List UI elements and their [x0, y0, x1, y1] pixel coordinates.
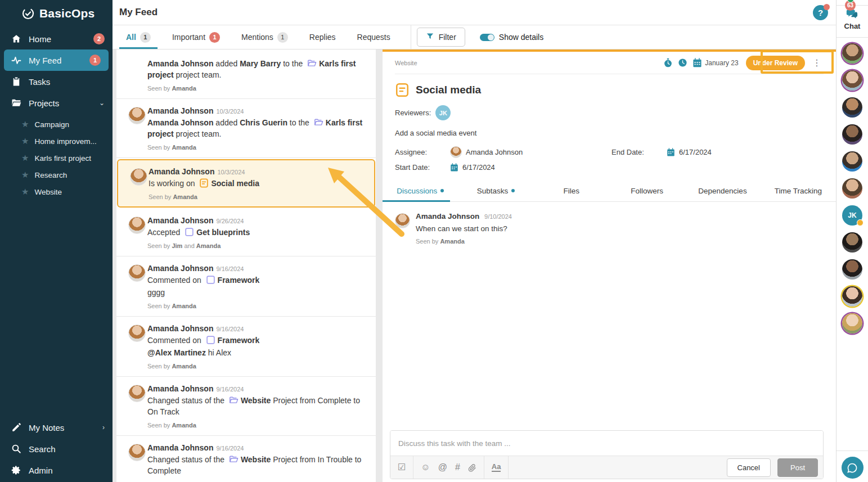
sidebar-project-research[interactable]: ★Research	[0, 166, 113, 183]
tab-mentions[interactable]: Mentions1	[235, 25, 295, 49]
folder-icon	[229, 395, 239, 405]
sidebar-item-tasks[interactable]: Tasks	[0, 71, 113, 92]
end-date-value[interactable]: 6/17/2024	[667, 148, 712, 156]
status-badge[interactable]: Under Review	[746, 56, 805, 70]
projects-icon	[11, 98, 22, 108]
tab-discussions[interactable]: Discussions	[383, 182, 458, 201]
start-date-text: 6/17/2024	[462, 163, 495, 172]
chat-avatar[interactable]	[842, 97, 862, 118]
feed-item[interactable]: Amanda Johnson9/16/2024Changed status of…	[116, 436, 376, 482]
chat-avatar[interactable]	[842, 178, 862, 199]
notification-badge: 2	[93, 33, 105, 44]
composer-toolbar: ☑ ☺ @ # Aa Cancel Post	[390, 456, 823, 479]
sidebar-item-projects[interactable]: Projects⌄	[0, 92, 113, 114]
reviewers-label: Reviewers:	[395, 109, 431, 117]
tab-time-tracking[interactable]: Time Tracking	[761, 182, 836, 201]
text-segment: project team.	[174, 70, 222, 79]
text-segment: Amanda	[196, 242, 221, 249]
text-segment: Seen by	[147, 422, 172, 429]
feed-item[interactable]: Amanda Johnson9/16/2024Commented on Fram…	[116, 317, 376, 377]
chat-avatar[interactable]	[842, 313, 862, 334]
chat-avatar[interactable]	[842, 151, 862, 172]
clock-icon[interactable]	[678, 58, 687, 67]
due-date-label: January 23	[705, 59, 738, 67]
text-segment: and	[182, 242, 196, 249]
sidebar-project-website[interactable]: ★Website	[0, 183, 113, 200]
basicops-logo-icon	[21, 7, 35, 20]
tab-requests[interactable]: Requests	[350, 25, 397, 49]
feed-tabbar: All1Important1Mentions1RepliesRequests F…	[113, 25, 836, 49]
tab-replies[interactable]: Replies	[303, 25, 343, 49]
composer-input[interactable]	[390, 431, 823, 456]
feed-item[interactable]: Amanda Johnson9/16/2024Commented on Fram…	[116, 256, 376, 317]
text-segment: Framework	[218, 276, 260, 285]
brand[interactable]: BasicOps	[0, 0, 113, 28]
avatar	[128, 444, 146, 461]
smiley-icon[interactable]: ☺	[421, 463, 430, 472]
tab-subtasks[interactable]: Subtasks	[458, 182, 533, 201]
feed-line: Amanda Johnson added Mary Barry to the K…	[147, 58, 367, 80]
sidebar-item-my-notes[interactable]: My Notes›	[0, 417, 113, 438]
feed-item[interactable]: Amanda Johnson10/3/2024Amanda Johnson ad…	[116, 99, 376, 158]
chat-avatar[interactable]	[842, 70, 862, 91]
help-button[interactable]: ?	[813, 5, 828, 20]
checkbox-square-icon[interactable]: ☑	[398, 463, 406, 472]
tasks-icon	[11, 76, 22, 87]
open-chat-button[interactable]	[842, 457, 863, 479]
cancel-button[interactable]: Cancel	[727, 458, 771, 477]
checkbox-icon	[185, 227, 194, 237]
feed-author: Amanda Johnson	[147, 106, 213, 115]
sidebar-item-my-feed[interactable]: My Feed1	[4, 49, 109, 71]
format-icon[interactable]: Aa	[492, 463, 501, 472]
filter-button[interactable]: Filter	[417, 28, 465, 47]
tab-dependencies[interactable]: Dependencies	[685, 182, 760, 201]
sidebar-item-search[interactable]: Search	[0, 438, 113, 460]
hashtag-icon[interactable]: #	[455, 463, 460, 472]
assignee-value[interactable]: Amanda Johnson	[450, 146, 523, 158]
tab-files[interactable]: Files	[534, 182, 609, 201]
sidebar-project-home-improvem-[interactable]: ★Home improvem...	[0, 133, 113, 150]
project-name[interactable]: Website	[395, 60, 417, 66]
chat-avatar[interactable]	[842, 232, 862, 253]
feed-item[interactable]: Amanda Johnson10/3/2024Is working on Soc…	[117, 159, 375, 208]
project-label: Karls first project	[34, 154, 91, 163]
feed-item[interactable]: Amanda Johnson9/26/2024Accepted Get blue…	[116, 209, 376, 256]
show-details-toggle[interactable]: Show details	[480, 25, 543, 49]
chat-avatar[interactable]	[842, 43, 862, 64]
sidebar-bottom: My Notes›SearchAdmin	[0, 417, 113, 482]
tab-all[interactable]: All1	[119, 25, 158, 49]
sidebar-item-admin[interactable]: Admin	[0, 460, 113, 481]
feed-item-header: Amanda Johnson9/16/2024	[147, 443, 367, 452]
feed-item[interactable]: Amanda Johnson added Mary Barry to the K…	[116, 49, 376, 99]
sidebar-project-karls-first-project[interactable]: ★Karls first project	[0, 150, 113, 166]
sidebar-item-home[interactable]: Home2	[0, 28, 113, 49]
chat-bubbles-icon	[846, 9, 858, 21]
main-column: My Feed ? All1Important1Mentions1Replies…	[113, 0, 836, 482]
discussion-comment[interactable]: Amanda Johnson 9/10/2024 When can we sta…	[395, 212, 824, 245]
chat-avatar[interactable]: JK	[842, 205, 862, 226]
kebab-menu-icon[interactable]: ⋮	[810, 57, 824, 68]
tab-important[interactable]: Important1	[165, 25, 227, 49]
detail-header: Website January 23 Under Review ⋮	[395, 52, 824, 74]
chat-avatar[interactable]	[842, 286, 862, 307]
chat-rail-footer	[836, 451, 868, 482]
start-date-value[interactable]: 6/17/2024	[450, 163, 495, 172]
mention-icon[interactable]: @	[438, 463, 447, 472]
feed-item-header: Amanda Johnson9/26/2024	[147, 216, 367, 225]
feed-item-header: Amanda Johnson10/3/2024	[149, 167, 366, 176]
reviewer-avatar[interactable]: JK	[435, 105, 451, 120]
stopwatch-icon[interactable]	[663, 58, 673, 67]
seen-by: Seen by Jim and Amanda	[147, 242, 367, 249]
feed-date: 9/16/2024	[216, 386, 244, 393]
due-date-control[interactable]: January 23	[692, 58, 738, 67]
task-description[interactable]: Add a social media event	[395, 129, 824, 137]
text-segment: to the	[287, 118, 312, 127]
calendar-icon	[692, 58, 702, 67]
chat-avatar[interactable]	[842, 124, 862, 145]
paperclip-icon[interactable]	[468, 463, 476, 472]
sidebar-project-campaign[interactable]: ★Campaign	[0, 116, 113, 133]
feed-item[interactable]: Amanda Johnson9/16/2024Changed status of…	[116, 377, 376, 436]
post-button[interactable]: Post	[777, 458, 818, 477]
chat-avatar[interactable]	[842, 259, 862, 280]
tab-followers[interactable]: Followers	[609, 182, 685, 201]
